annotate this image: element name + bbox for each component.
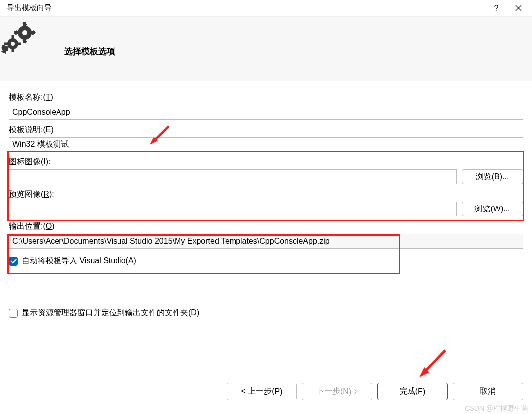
preview-image-input[interactable]	[9, 202, 457, 216]
svg-point-13	[11, 42, 15, 46]
output-location-label: 输出位置:(O)	[9, 221, 523, 232]
cancel-button[interactable]: 取消	[453, 383, 523, 400]
output-location-input[interactable]	[9, 234, 523, 249]
svg-marker-22	[419, 367, 429, 377]
show-explorer-checkbox-row[interactable]: 显示资源管理器窗口并定位到输出文件的文件夹(D)	[9, 308, 523, 318]
icon-image-label: 图标图像(I):	[9, 157, 523, 167]
show-explorer-checkbox[interactable]	[9, 309, 18, 318]
template-name-label: 模板名称:(T)	[9, 92, 523, 103]
close-icon	[515, 5, 522, 11]
template-desc-input[interactable]	[9, 137, 523, 152]
template-name-input[interactable]	[9, 105, 523, 120]
svg-rect-14	[12, 35, 14, 39]
auto-import-label: 自动将模板导入 Visual Studio(A)	[22, 256, 136, 266]
titlebar: 导出模板向导 ?	[0, 0, 532, 17]
svg-rect-16	[4, 43, 8, 45]
show-explorer-label: 显示资源管理器窗口并定位到输出文件的文件夹(D)	[22, 308, 199, 318]
auto-import-checkbox[interactable]	[9, 257, 18, 266]
help-button[interactable]: ?	[485, 0, 507, 16]
next-button: 下一步(N) >	[302, 383, 372, 400]
previous-button[interactable]: < 上一步(P)	[227, 383, 297, 400]
close-button[interactable]	[507, 0, 529, 16]
preview-browse-button[interactable]: 浏览(W)...	[462, 202, 523, 216]
wizard-button-bar: < 上一步(P) 下一步(N) > 完成(F) 取消	[227, 383, 523, 400]
icon-image-input[interactable]	[9, 169, 457, 184]
preview-image-label: 预览图像(R):	[9, 189, 523, 200]
wizard-header: 选择模板选项	[0, 17, 532, 81]
gears-icon	[0, 22, 45, 57]
icon-browse-button[interactable]: 浏览(B)...	[462, 169, 523, 184]
svg-rect-17	[18, 43, 21, 45]
template-desc-label: 模板说明:(E)	[9, 125, 523, 135]
wizard-body: 模板名称:(T) 模板说明:(E) 图标图像(I): 浏览(B)... 预览图像…	[0, 81, 532, 318]
svg-line-21	[423, 350, 445, 373]
auto-import-checkbox-row[interactable]: 自动将模板导入 Visual Studio(A)	[9, 256, 523, 266]
watermark: CSDN @柠檬野生菌	[465, 404, 528, 413]
annotation-arrow-finish	[416, 347, 451, 382]
titlebar-controls: ?	[485, 0, 529, 16]
finish-button[interactable]: 完成(F)	[377, 383, 448, 400]
svg-point-3	[22, 30, 27, 35]
window-title: 导出模板向导	[7, 3, 52, 13]
page-title: 选择模板选项	[64, 46, 115, 57]
svg-rect-15	[12, 49, 14, 52]
